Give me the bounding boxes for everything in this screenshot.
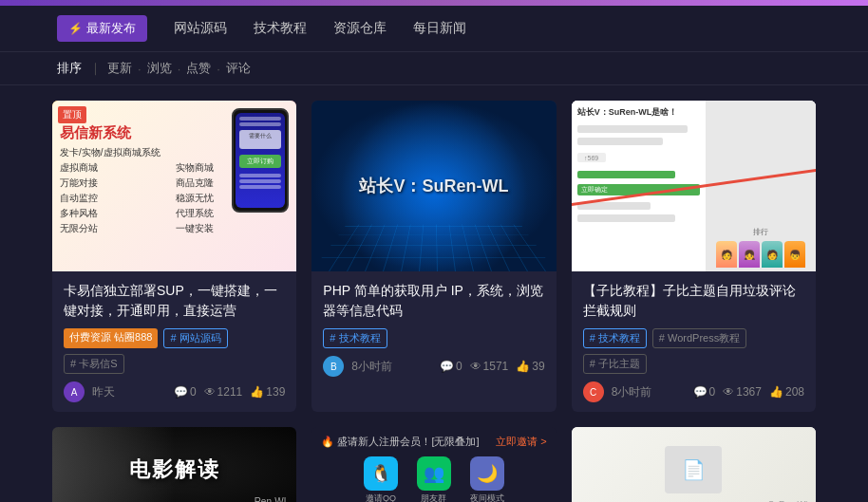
card-2-watermark: 站长V：SuRen-WL: [359, 175, 508, 197]
nav-item-website-source[interactable]: 网站源码: [174, 20, 227, 37]
card-1-views: 👁 1211: [204, 385, 243, 399]
card-1-time: 昨天: [92, 384, 115, 400]
card-3-tag-wp: # WordPress教程: [652, 328, 746, 348]
char-2: 👧: [739, 241, 760, 268]
card-5-header-text: 🔥 盛请新人注册会员！[无限叠加]: [321, 435, 479, 449]
card-4-title-img: 电影解读: [129, 456, 220, 484]
night-icon: 🌙: [470, 456, 504, 491]
card-2-tags: # 技术教程: [323, 328, 544, 348]
card-5[interactable]: 🔥 盛请新人注册会员！[无限叠加] 立即邀请 > 🐧 邀请QQ 👥 朋友群 🌙 …: [311, 427, 556, 502]
card-1-avatar: A: [64, 381, 85, 402]
card-5-header: 🔥 盛请新人注册会员！[无限叠加] 立即邀请 >: [321, 435, 546, 449]
card-1-tag-source: # 网站源码: [163, 328, 227, 348]
card-2-time: 8小时前: [351, 359, 392, 375]
qq-icon-group: 🐧 邀请QQ: [364, 456, 398, 502]
sort-bar: 排序 ｜ 更新 · 浏览 · 点赞 · 评论: [0, 52, 868, 85]
sort-sep-3: ·: [178, 62, 181, 76]
card-3-img-left: 站长V：SuRen-WL是啥！ ↑569 立即确定: [572, 101, 707, 271]
char-4: 👦: [784, 241, 805, 268]
card-2-tag-tech: # 技术教程: [323, 328, 387, 348]
card-2[interactable]: 站长V：SuRen-WL PHP 简单的获取用户 IP，系统，浏览器等信息代码 …: [311, 101, 556, 412]
qq-icon: 🐧: [364, 456, 398, 491]
nav-item-daily-news[interactable]: 每日新闻: [413, 20, 466, 37]
card-1-tags: 付费资源 钻圈888 # 网站源码 # 卡易信S: [64, 328, 285, 374]
card-3-stats: 💬 0 👁 1367 👍 208: [693, 385, 804, 399]
sort-update[interactable]: 更新: [104, 60, 136, 77]
nav-item-tech-tutorial[interactable]: 技术教程: [254, 20, 307, 37]
nav-bar: 最新发布 网站源码 技术教程 资源仓库 每日新闻: [0, 6, 868, 52]
card-1-tag-kyx: # 卡易信S: [64, 354, 124, 374]
card-3-tags: # 技术教程 # WordPress教程 # 子比主题: [583, 328, 804, 374]
card-3-comments: 💬 0: [693, 385, 716, 399]
card-6-bg: 📄 SuRen-WL: [572, 427, 816, 502]
card-2-title: PHP 简单的获取用户 IP，系统，浏览器等信息代码: [323, 281, 544, 321]
sort-sep-2: ·: [138, 62, 142, 76]
char-3: 🧑: [762, 241, 783, 268]
card-1-image: 置顶 易信新系统 发卡/实物/虚拟商城系统 虚拟商城实物商城 万能对接商品克隆 …: [52, 101, 296, 271]
sort-view[interactable]: 浏览: [143, 60, 176, 77]
card-3-img-inner: 站长V：SuRen-WL是啥！ ↑569 立即确定 排行 🧑 👧: [572, 101, 816, 271]
card-2-comments: 💬 0: [440, 360, 462, 373]
card-5-link[interactable]: 立即邀请 >: [496, 435, 546, 449]
card-3-image: 站长V：SuRen-WL是啥！ ↑569 立即确定 排行 🧑 👧: [572, 101, 816, 271]
card-3-label-right: 排行: [753, 227, 768, 237]
card-2-grid: [311, 225, 556, 271]
card-1[interactable]: 置顶 易信新系统 发卡/实物/虚拟商城系统 虚拟商城实物商城 万能对接商品克隆 …: [52, 101, 296, 412]
card-2-views: 👁 1571: [470, 360, 509, 373]
card-5-image: 🔥 盛请新人注册会员！[无限叠加] 立即邀请 > 🐧 邀请QQ 👥 朋友群 🌙 …: [311, 427, 556, 502]
card-1-likes: 👍 139: [250, 385, 285, 399]
card-3-img-right: 排行 🧑 👧 🧑 👦: [706, 101, 816, 271]
card-1-comments: 💬 0: [174, 385, 197, 399]
nav-latest-button[interactable]: 最新发布: [57, 15, 147, 42]
card-1-tag-paid: 付费资源 钻圈888: [64, 328, 158, 348]
card-3-time: 8小时前: [612, 384, 652, 400]
night-label: 夜间模式: [470, 493, 504, 502]
qq-label: 邀请QQ: [366, 493, 396, 502]
nav-item-resource-repo[interactable]: 资源仓库: [333, 20, 387, 37]
card-2-avatar: B: [323, 356, 344, 377]
card-3-views: 👁 1367: [723, 385, 762, 399]
card-3-tag-tech: # 技术教程: [583, 328, 647, 348]
card-3[interactable]: 站长V：SuRen-WL是啥！ ↑569 立即确定 排行 🧑 👧: [572, 101, 816, 412]
card-2-body: PHP 简单的获取用户 IP，系统，浏览器等信息代码 # 技术教程 B 8小时前…: [311, 271, 556, 386]
card-1-stats: 💬 0 👁 1211 👍 139: [174, 385, 285, 399]
character-row: 🧑 👧 🧑 👦: [716, 241, 805, 268]
card-3-site-title: 站长V：SuRen-WL是啥！: [577, 106, 701, 119]
sort-like[interactable]: 点赞: [182, 60, 215, 77]
card-3-tag-zibi: # 子比主题: [583, 354, 647, 374]
card-4-watermark: Ren-WL: [255, 496, 290, 502]
friends-icon: 👥: [417, 456, 451, 491]
card-3-avatar: C: [583, 381, 604, 402]
card-6-placeholder: 📄: [665, 446, 722, 493]
sort-comment[interactable]: 评论: [222, 60, 255, 77]
card-2-likes: 👍 39: [516, 360, 544, 373]
card-6-image: 📄 SuRen-WL: [572, 427, 816, 502]
card-2-stats: 💬 0 👁 1571 👍 39: [440, 360, 545, 373]
card-2-meta: B 8小时前 💬 0 👁 1571 👍 39: [323, 356, 544, 377]
phone-mockup: 需要什么 立即订购: [232, 108, 289, 213]
sort-label: 排序: [57, 60, 82, 77]
sort-sep-4: ·: [217, 62, 220, 76]
card-1-body: 卡易信独立部署SUP，一键搭建，一键对接，开通即用，直接运营 付费资源 钻圈88…: [52, 271, 296, 412]
content-grid: 置顶 易信新系统 发卡/实物/虚拟商城系统 虚拟商城实物商城 万能对接商品克隆 …: [0, 85, 868, 502]
card-4-image: 电影解读 Ren-WL: [52, 427, 296, 502]
card-6[interactable]: 📄 SuRen-WL: [572, 427, 816, 502]
sort-separator-1: ｜: [89, 60, 102, 77]
card-3-meta: C 8小时前 💬 0 👁 1367 👍 208: [583, 381, 804, 402]
card-1-title: 卡易信独立部署SUP，一键搭建，一键对接，开通即用，直接运营: [64, 281, 285, 321]
friends-icon-group: 👥 朋友群: [417, 456, 451, 502]
card-5-icons: 🐧 邀请QQ 👥 朋友群 🌙 夜间模式: [364, 456, 504, 502]
card-1-meta: A 昨天 💬 0 👁 1211 👍 139: [64, 381, 285, 402]
card-4[interactable]: 电影解读 Ren-WL: [52, 427, 296, 502]
night-icon-group: 🌙 夜间模式: [470, 456, 504, 502]
char-1: 🧑: [716, 241, 737, 268]
sticky-label: 置顶: [58, 106, 86, 123]
card-3-body: 【子比教程】子比主题自用垃圾评论拦截规则 # 技术教程 # WordPress教…: [572, 271, 816, 412]
card-3-likes: 👍 208: [769, 385, 804, 399]
friends-label: 朋友群: [421, 493, 446, 502]
card-2-image: 站长V：SuRen-WL: [311, 101, 556, 271]
card-3-title: 【子比教程】子比主题自用垃圾评论拦截规则: [583, 281, 804, 321]
card-3-stats-row: ↑569: [577, 153, 701, 162]
